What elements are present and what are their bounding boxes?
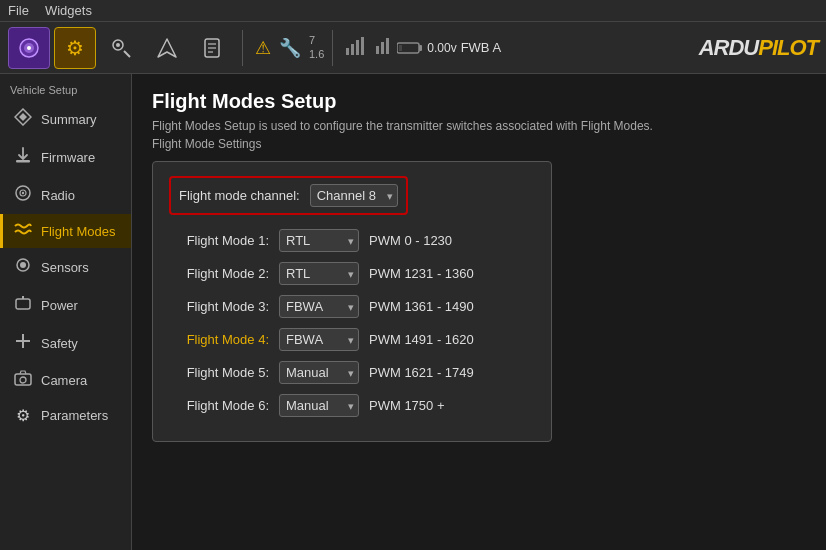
mode-label-1: Flight Mode 1: — [169, 233, 269, 248]
sidebar-item-safety[interactable]: Safety — [0, 324, 131, 362]
sidebar-item-label-power: Power — [41, 298, 78, 313]
warning-icon[interactable]: ⚠ — [255, 37, 271, 59]
svg-point-26 — [22, 192, 24, 194]
svg-line-5 — [124, 51, 130, 57]
svg-rect-12 — [351, 44, 354, 55]
svg-point-4 — [116, 43, 120, 47]
svg-rect-16 — [381, 42, 384, 54]
sidebar-item-radio[interactable]: Radio — [0, 176, 131, 214]
channel-select[interactable]: Channel 1 Channel 2 Channel 3 Channel 4 … — [310, 184, 398, 207]
mode-label-2: Flight Mode 2: — [169, 266, 269, 281]
sidebar-item-parameters[interactable]: ⚙ Parameters — [0, 398, 131, 433]
content-area: Flight Modes Setup Flight Modes Setup is… — [132, 74, 826, 550]
mode-row-4: Flight Mode 4: RTL Manual FBWA FBWB Auto… — [169, 328, 535, 351]
mode-row-3: Flight Mode 3: RTL Manual FBWA FBWB Auto… — [169, 295, 535, 318]
tool-icon[interactable]: 🔧 — [279, 37, 301, 59]
flight-plan-icon[interactable] — [146, 27, 188, 69]
sidebar-item-sensors[interactable]: Sensors — [0, 248, 131, 286]
mode-pwm-3: PWM 1361 - 1490 — [369, 299, 474, 314]
mode-pwm-5: PWM 1621 - 1749 — [369, 365, 474, 380]
svg-rect-28 — [16, 299, 30, 309]
page-title: Flight Modes Setup — [152, 90, 806, 113]
safety-icon — [13, 332, 33, 354]
svg-rect-23 — [16, 160, 30, 163]
signal-status — [345, 36, 393, 60]
parameters-icon: ⚙ — [13, 406, 33, 425]
toolbar-status: ⚠ 🔧 7 1.6 — [255, 34, 324, 60]
mode-select-4[interactable]: RTL Manual FBWA FBWB Auto — [279, 328, 359, 351]
menu-bar: File Widgets — [0, 0, 826, 22]
sidebar-header: Vehicle Setup — [0, 78, 131, 100]
svg-marker-22 — [19, 113, 27, 121]
channel-selector-row: Flight mode channel: Channel 1 Channel 2… — [169, 176, 408, 215]
svg-rect-15 — [376, 46, 379, 54]
mode-label-3: Flight Mode 3: — [169, 299, 269, 314]
mode-label-5: Flight Mode 5: — [169, 365, 269, 380]
mode-select-6[interactable]: RTL Manual FBWA FBWB Auto — [279, 394, 359, 417]
svg-rect-11 — [346, 48, 349, 55]
separator-1 — [242, 30, 243, 66]
menu-file[interactable]: File — [8, 3, 29, 18]
menu-widgets[interactable]: Widgets — [45, 3, 92, 18]
signal-icon — [345, 36, 367, 60]
settings-icon[interactable]: ⚙ — [54, 27, 96, 69]
brand-suffix: PILOT — [758, 35, 818, 60]
svg-rect-13 — [356, 40, 359, 55]
brand-logo: ARDUPILOT — [699, 35, 818, 61]
brand-prefix: ARDU — [699, 35, 759, 60]
mode-select-2[interactable]: RTL Manual FBWA FBWB Auto — [279, 262, 359, 285]
sidebar-item-label-radio: Radio — [41, 188, 75, 203]
mode-pwm-1: PWM 0 - 1230 — [369, 233, 452, 248]
svg-point-33 — [20, 377, 26, 383]
radio-icon — [13, 184, 33, 206]
main-layout: Vehicle Setup Summary Firmware Radio — [0, 74, 826, 550]
camera-icon — [13, 370, 33, 390]
sidebar-item-label-camera: Camera — [41, 373, 87, 388]
mode-select-5[interactable]: RTL Manual FBWA FBWB Auto — [279, 361, 359, 384]
toolbar: ⚙ ⚠ 🔧 7 1.6 — [0, 22, 826, 74]
sensors-icon — [13, 256, 33, 278]
sidebar-item-summary[interactable]: Summary — [0, 100, 131, 138]
mode-pwm-6: PWM 1750 + — [369, 398, 445, 413]
sidebar-item-label-parameters: Parameters — [41, 408, 108, 423]
power-icon — [13, 294, 33, 316]
sidebar: Vehicle Setup Summary Firmware Radio — [0, 74, 132, 550]
firmware-icon — [13, 146, 33, 168]
flight-modes-icon — [13, 222, 33, 240]
mode-pwm-2: PWM 1231 - 1360 — [369, 266, 474, 281]
sidebar-item-power[interactable]: Power — [0, 286, 131, 324]
sidebar-item-label-sensors: Sensors — [41, 260, 89, 275]
connection-icon[interactable] — [8, 27, 50, 69]
version-badge: 7 1.6 — [309, 34, 324, 60]
sidebar-item-label-summary: Summary — [41, 112, 97, 127]
mode-select-1[interactable]: RTL Manual FBWA FBWB Auto — [279, 229, 359, 252]
page-description: Flight Modes Setup is used to configure … — [152, 119, 806, 133]
channel-label: Flight mode channel: — [179, 188, 300, 203]
sidebar-item-label-firmware: Firmware — [41, 150, 95, 165]
svg-rect-14 — [361, 37, 364, 55]
mode-select-3[interactable]: RTL Manual FBWA FBWB Auto — [279, 295, 359, 318]
svg-rect-17 — [386, 38, 389, 54]
mode-pwm-4: PWM 1491 - 1620 — [369, 332, 474, 347]
mode-label-4: Flight Mode 4: — [169, 332, 269, 347]
mode-row-2: Flight Mode 2: RTL Manual FBWA FBWB Auto… — [169, 262, 535, 285]
mode-row-5: Flight Mode 5: RTL Manual FBWA FBWB Auto… — [169, 361, 535, 384]
log-icon[interactable] — [192, 27, 234, 69]
fwb-label: FWB A — [461, 40, 501, 55]
sidebar-item-firmware[interactable]: Firmware — [0, 138, 131, 176]
svg-point-27 — [20, 262, 26, 268]
sidebar-item-camera[interactable]: Camera — [0, 362, 131, 398]
svg-point-2 — [27, 46, 31, 50]
svg-marker-6 — [158, 39, 176, 57]
svg-rect-20 — [399, 45, 402, 51]
separator-2 — [332, 30, 333, 66]
bars-icon — [375, 37, 393, 58]
battery-voltage: 0.00v — [427, 41, 456, 55]
battery-icon — [397, 41, 423, 55]
waypoint-icon[interactable] — [100, 27, 142, 69]
sidebar-item-flight-modes[interactable]: Flight Modes — [0, 214, 131, 248]
section-title: Flight Mode Settings — [152, 137, 806, 151]
battery-status: 0.00v — [397, 41, 456, 55]
mode-label-6: Flight Mode 6: — [169, 398, 269, 413]
sidebar-item-label-safety: Safety — [41, 336, 78, 351]
